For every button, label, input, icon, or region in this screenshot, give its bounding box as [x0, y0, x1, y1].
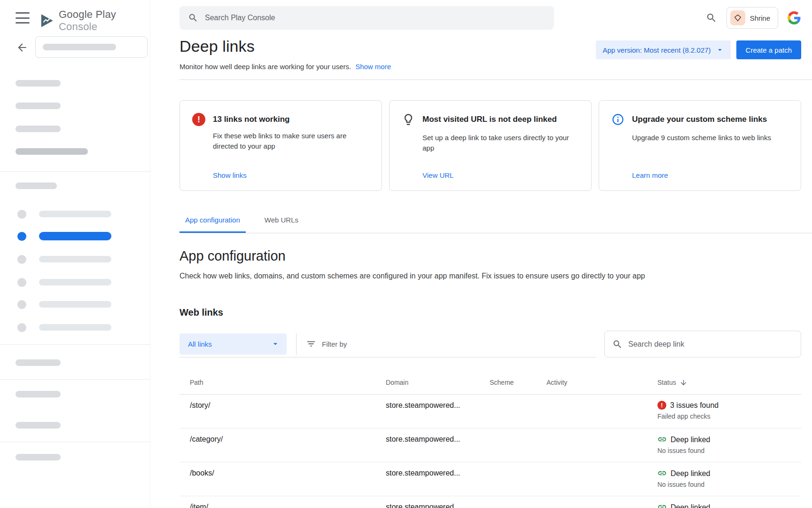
- page-subtitle: Monitor how well deep links are working …: [180, 62, 351, 71]
- sidebar-skeleton-bar: [16, 391, 61, 397]
- show-more-link[interactable]: Show more: [355, 62, 391, 71]
- app-selector-skeleton[interactable]: [35, 36, 148, 58]
- column-header-activity: Activity: [547, 379, 657, 386]
- sidebar-skeleton-bar: [16, 454, 61, 460]
- learn-more-link[interactable]: Learn more: [632, 171, 789, 179]
- sidebar-divider: [0, 344, 150, 345]
- status-label: Deep linked: [671, 469, 710, 478]
- show-links-link[interactable]: Show links: [213, 171, 369, 179]
- card-upgrade-scheme-links: Upgrade your custom scheme links Upgrade…: [599, 100, 801, 191]
- page-content: Deep links Monitor how well deep links a…: [180, 0, 801, 508]
- deep-link-search[interactable]: [604, 331, 801, 357]
- column-header-status[interactable]: Status: [657, 379, 779, 387]
- sidebar-item[interactable]: [17, 300, 135, 309]
- filter-by-button[interactable]: Filter by: [306, 339, 347, 349]
- sidebar: Google Play Console: [0, 0, 150, 508]
- status-label: Deep linked: [671, 435, 710, 444]
- card-links-not-working: ! 13 links not working Fix these web lin…: [180, 100, 382, 191]
- card-title: Most visited URL is not deep linked: [422, 113, 579, 128]
- sidebar-skeleton-bar: [16, 422, 61, 429]
- filter-icon: [306, 339, 316, 349]
- sidebar-item[interactable]: [17, 323, 135, 332]
- view-url-link[interactable]: View URL: [422, 171, 579, 179]
- status-detail: No issues found: [657, 447, 779, 455]
- status-error-icon: !: [657, 401, 666, 410]
- web-links-title: Web links: [180, 306, 801, 318]
- sidebar-item[interactable]: [17, 209, 135, 219]
- card-body: Set up a deep link to take users directl…: [422, 133, 579, 153]
- main-area: Shrine Deep links Monitor how well deep …: [150, 0, 812, 508]
- back-arrow-icon[interactable]: [16, 41, 29, 55]
- sidebar-item-active[interactable]: [17, 231, 135, 241]
- sidebar-divider: [0, 442, 150, 442]
- activity-value: [547, 496, 657, 508]
- path-value: /item/: [190, 502, 386, 508]
- column-header-path: Path: [180, 379, 386, 386]
- chevron-down-icon: [271, 339, 280, 349]
- sidebar-divider: [0, 379, 150, 380]
- sidebar-skeleton-bar: [16, 183, 57, 189]
- deep-link-search-input[interactable]: [628, 340, 793, 349]
- create-patch-button[interactable]: Create a patch: [736, 40, 801, 59]
- tab-app-configuration[interactable]: App configuration: [180, 208, 246, 233]
- page-title: Deep links: [180, 37, 391, 56]
- status-detail: No issues found: [657, 481, 779, 489]
- status-detail: Failed app checks: [657, 413, 779, 421]
- search-icon: [612, 339, 623, 349]
- links-filter-dropdown[interactable]: All links: [180, 333, 287, 355]
- card-title: 13 links not working: [213, 113, 369, 126]
- sidebar-divider: [0, 171, 150, 172]
- sidebar-skeleton-bar: [16, 80, 61, 87]
- page-header: Deep links Monitor how well deep links a…: [180, 37, 801, 71]
- error-icon: !: [192, 113, 205, 126]
- column-header-domain: Domain: [386, 379, 490, 386]
- status-cell: ! Deep linked: [657, 496, 779, 508]
- logo-text: Google Play Console: [59, 8, 150, 33]
- deep-link-icon: [657, 502, 667, 508]
- play-console-logo: Google Play Console: [39, 8, 150, 33]
- table-toolbar: All links Filter by: [180, 331, 801, 357]
- tab-bar: App configuration Web URLs: [180, 208, 812, 233]
- deep-link-icon: [657, 435, 667, 444]
- chevron-down-icon: [716, 46, 724, 54]
- table-row[interactable]: /story/Prefix store.steampowered...4 dom…: [180, 395, 801, 429]
- menu-icon[interactable]: [16, 12, 30, 24]
- lightbulb-icon: [402, 113, 422, 128]
- status-label: Deep linked: [671, 503, 710, 508]
- sidebar-skeleton-bar: [16, 126, 61, 132]
- sidebar-skeleton-bar: [16, 103, 61, 109]
- sidebar-skeleton-bar: [16, 359, 61, 366]
- play-logo-icon: [39, 12, 55, 30]
- app-version-dropdown[interactable]: App version: Most recent (8.2.027): [596, 40, 730, 59]
- tab-web-urls[interactable]: Web URLs: [259, 208, 304, 233]
- section-description: Check how web links, domains, and custom…: [180, 271, 801, 281]
- column-header-scheme: Scheme: [490, 379, 547, 386]
- toolbar-filters: All links Filter by: [180, 331, 596, 357]
- info-icon: [611, 113, 632, 128]
- scheme-value: [490, 496, 547, 508]
- sidebar-skeleton-bar: [16, 148, 88, 155]
- card-title: Upgrade your custom scheme links: [632, 113, 789, 128]
- card-body: Fix these web links to make sure users a…: [213, 131, 369, 151]
- deep-link-icon: [657, 468, 667, 478]
- insight-cards: ! 13 links not working Fix these web lin…: [180, 100, 801, 191]
- toolbar-divider: [296, 333, 297, 355]
- section-title: App configuration: [180, 247, 801, 264]
- status-label: 3 issues found: [670, 401, 718, 410]
- card-body: Upgrade 9 custom scheme links to web lin…: [632, 133, 789, 143]
- card-most-visited-url: Most visited URL is not deep linked Set …: [389, 100, 592, 191]
- play-console-app: Google Play Console: [0, 0, 812, 508]
- domain-value: store.steampowered...: [386, 502, 490, 508]
- header-divider: [180, 79, 812, 80]
- sidebar-item[interactable]: [17, 254, 135, 264]
- sidebar-item[interactable]: [17, 278, 135, 287]
- sort-descending-icon: [679, 379, 687, 387]
- table-header: Path Domain Scheme Activity Status: [180, 371, 801, 395]
